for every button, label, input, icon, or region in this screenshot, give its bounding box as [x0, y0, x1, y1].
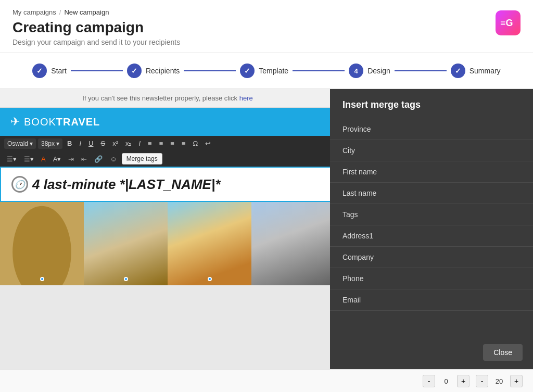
font-size-selector[interactable]: 38px ▾	[38, 138, 62, 149]
image-dot-1	[40, 277, 44, 281]
clear-format-button[interactable]: I	[136, 138, 143, 149]
list-unordered-button[interactable]: ☰▾	[21, 154, 36, 165]
plane-icon: ✈	[10, 115, 20, 129]
page-subtitle: Design your campaign and send it to your…	[12, 38, 521, 46]
email-preview: ✈ BOOKTRAVEL Oswald ▾ 38px ▾ B I U S x² …	[0, 108, 335, 285]
list-ordered-button[interactable]: ☰▾	[4, 154, 19, 165]
counter1-minus[interactable]: -	[423, 375, 435, 387]
align-justify-button[interactable]: ≡	[179, 138, 188, 149]
italic-button[interactable]: I	[77, 138, 84, 149]
merge-tags-button[interactable]: Merge tags	[122, 153, 162, 165]
step-recipients-circle	[127, 64, 142, 78]
indent-decrease-button[interactable]: ⇤	[79, 154, 90, 165]
email-heading: 🕐 4 last-minute *|LAST_NAME|*	[11, 176, 324, 193]
counter2-minus[interactable]: -	[476, 375, 488, 387]
text-color-button[interactable]: A	[39, 154, 48, 165]
counter-group-2: - 20 +	[476, 375, 523, 387]
merge-tag-province[interactable]: Province	[330, 119, 533, 140]
travel-image-1	[0, 202, 84, 285]
merge-tag-company[interactable]: Company	[330, 247, 533, 268]
align-left-button[interactable]: ≡	[145, 138, 155, 149]
travel-image-3	[168, 202, 251, 285]
text-toolbar: Oswald ▾ 38px ▾ B I U S x² x₂ I ≡ ≡ ≡ ≡ …	[0, 136, 335, 151]
text-toolbar-2: ☰▾ ☰▾ A A▾ ⇥ ⇤ 🔗 ☺ Merge tags	[0, 151, 335, 167]
step-recipients-label: Recipients	[146, 67, 180, 75]
image-dot-2	[124, 277, 128, 281]
breadcrumb-separator: /	[59, 8, 61, 16]
step-template-label: Template	[259, 67, 288, 75]
step-design-label: Design	[367, 67, 390, 75]
app-logo: ≡G	[496, 10, 521, 35]
subscript-button[interactable]: x₂	[123, 138, 134, 149]
merge-tag-address1[interactable]: Address1	[330, 225, 533, 247]
highlight-button[interactable]: A▾	[50, 154, 64, 165]
counter1-value: 0	[438, 377, 454, 385]
underline-button[interactable]: U	[86, 138, 96, 149]
travel-image-2	[84, 202, 168, 285]
step-summary-label: Summary	[469, 67, 501, 75]
link-button[interactable]: 🔗	[92, 154, 105, 165]
merge-tag-firstname[interactable]: First name	[330, 161, 533, 183]
step-line-2	[184, 70, 236, 71]
step-template-circle	[240, 64, 255, 78]
editor-hint: If you can't see this newsletter properl…	[0, 89, 335, 108]
indent-increase-button[interactable]: ⇥	[66, 154, 77, 165]
merge-tag-city[interactable]: City	[330, 140, 533, 161]
svg-text:≡G: ≡G	[500, 18, 513, 28]
editor-panel: If you can't see this newsletter properl…	[0, 89, 335, 369]
superscript-button[interactable]: x²	[110, 138, 121, 149]
merge-tag-tags[interactable]: Tags	[330, 204, 533, 225]
step-design-circle: 4	[349, 64, 363, 78]
step-summary: Summary	[451, 64, 501, 78]
step-summary-circle	[451, 64, 465, 78]
clock-icon: 🕐	[11, 176, 28, 193]
merge-tag-email[interactable]: Email	[330, 289, 533, 311]
align-right-button[interactable]: ≡	[168, 138, 177, 149]
email-text-area[interactable]: 🕐 4 last-minute *|LAST_NAME|*	[0, 167, 335, 202]
step-start-label: Start	[51, 67, 67, 75]
merge-tag-phone[interactable]: Phone	[330, 268, 533, 289]
step-design: 4 Design	[349, 64, 390, 78]
step-line-1	[71, 70, 123, 71]
undo-button[interactable]: ↩	[202, 138, 213, 149]
image-dot-3	[208, 277, 212, 281]
step-line-3	[293, 70, 345, 71]
breadcrumb-parent[interactable]: My campaigns	[12, 8, 56, 16]
step-template: Template	[240, 64, 288, 78]
email-header: ✈ BOOKTRAVEL	[0, 108, 335, 136]
page-title: Creating campaign	[12, 19, 521, 36]
editor-hint-link[interactable]: here	[239, 94, 253, 102]
counter2-value: 20	[491, 377, 507, 385]
popup-footer: Close	[330, 336, 533, 369]
breadcrumb: My campaigns / New campaign	[12, 8, 521, 16]
travel-image-4	[251, 202, 335, 285]
step-start: Start	[32, 64, 67, 78]
counter2-plus[interactable]: +	[510, 375, 523, 387]
bottom-bar: - 0 + - 20 +	[0, 369, 533, 392]
steps-bar: Start Recipients Template 4 Design Summa…	[0, 53, 533, 89]
strikethrough-button[interactable]: S	[98, 138, 108, 149]
counter-group-1: - 0 +	[423, 375, 469, 387]
popup-title: Insert merge tags	[330, 89, 533, 119]
counter1-plus[interactable]: +	[457, 375, 469, 387]
emoji-button[interactable]: ☺	[107, 154, 119, 165]
special-char-button[interactable]: Ω	[190, 138, 200, 149]
align-center-button[interactable]: ≡	[157, 138, 166, 149]
merge-tags-popup: Insert merge tags Province City First na…	[330, 89, 533, 369]
step-start-circle	[32, 64, 47, 78]
step-recipients: Recipients	[127, 64, 180, 78]
close-button[interactable]: Close	[483, 344, 523, 361]
merge-tag-lastname[interactable]: Last name	[330, 183, 533, 204]
travel-images	[0, 202, 335, 285]
font-family-selector[interactable]: Oswald ▾	[4, 138, 36, 149]
breadcrumb-current: New campaign	[64, 8, 109, 16]
bold-button[interactable]: B	[65, 138, 74, 149]
step-line-4	[395, 70, 447, 71]
brand-name: BOOKTRAVEL	[24, 116, 100, 128]
